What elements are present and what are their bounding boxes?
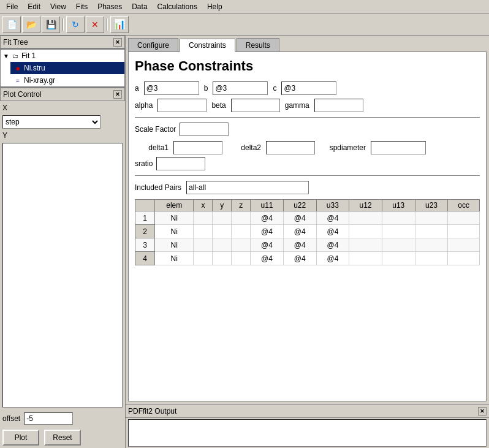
cell-x (194, 238, 213, 252)
cell-occ (448, 225, 480, 238)
output-header: PDFfit2 Output ✕ (126, 404, 489, 418)
menu-help[interactable]: Help (202, 1, 227, 12)
menu-phases[interactable]: Phases (93, 1, 127, 12)
menu-edit[interactable]: Edit (23, 1, 45, 12)
col-u11: u11 (251, 200, 284, 211)
delta1-label: delta1 (135, 143, 169, 152)
menu-fits[interactable]: Fits (71, 1, 93, 12)
left-panel: Fit Tree ✕ ▼ 🗂 Fit 1 ■ Ni.stru ≈ Ni-xray… (0, 36, 126, 448)
b-input[interactable] (213, 82, 268, 95)
fit-tree-close[interactable]: ✕ (113, 38, 122, 47)
tree-item-nistru[interactable]: ■ Ni.stru (10, 62, 124, 74)
save-button[interactable]: 💾 (42, 16, 60, 33)
sratio-row: sratio (135, 157, 480, 170)
spdiameter-label: spdiameter (320, 143, 366, 152)
cell-u12 (349, 252, 382, 265)
col-u33: u33 (316, 200, 349, 211)
table-row: 2Ni@4@4@4 (135, 225, 480, 238)
tab-results[interactable]: Results (237, 38, 279, 51)
toolbar: 📄 📂 💾 ↻ ✕ 📊 (0, 13, 489, 36)
main-layout: Fit Tree ✕ ▼ 🗂 Fit 1 ■ Ni.stru ≈ Ni-xray… (0, 36, 489, 448)
cell-z (232, 225, 251, 238)
output-title: PDFfit2 Output (128, 407, 176, 416)
plot-control-panel: Plot Control ✕ X step r q Y offset Plot … (0, 87, 125, 448)
col-u23: u23 (415, 200, 448, 211)
cell-u22: @4 (283, 211, 316, 225)
cell-num: 3 (135, 238, 155, 252)
cell-z (232, 238, 251, 252)
tab-constraints[interactable]: Constraints (180, 39, 235, 52)
open-button[interactable]: 📂 (22, 16, 40, 33)
plot-control-title: Plot Control (3, 90, 42, 99)
separator2 (135, 175, 480, 176)
b-label: b (204, 84, 208, 93)
menu-file[interactable]: File (1, 1, 23, 12)
cell-u23 (415, 238, 448, 252)
a-input[interactable] (144, 82, 199, 95)
beta-label: beta (211, 101, 226, 110)
col-u12: u12 (349, 200, 382, 211)
cell-x (194, 211, 213, 225)
cell-u23 (415, 252, 448, 265)
spdiameter-input[interactable] (371, 141, 426, 154)
refresh-button[interactable]: ↻ (66, 16, 85, 33)
delta2-label: delta2 (227, 143, 261, 152)
col-occ: occ (448, 200, 480, 211)
menu-data[interactable]: Data (127, 1, 152, 12)
new-button[interactable]: 📄 (2, 16, 21, 33)
cell-elem: Ni (155, 238, 194, 252)
fit-icon: 🗂 (10, 51, 20, 61)
cell-y (213, 238, 232, 252)
fit-tree-title: Fit Tree (3, 38, 28, 47)
reset-button[interactable]: Reset (44, 430, 81, 446)
col-x: x (194, 200, 213, 211)
alpha-label: alpha (135, 101, 153, 110)
fit-tree-header: Fit Tree ✕ (0, 36, 125, 49)
cell-num: 2 (135, 225, 155, 238)
menu-view[interactable]: View (45, 1, 71, 12)
x-select[interactable]: step r q (2, 115, 100, 129)
col-u13: u13 (382, 200, 415, 211)
plot-buttons: Plot Reset (0, 427, 125, 448)
tree-item-fit1[interactable]: ▼ 🗂 Fit 1 (1, 50, 124, 62)
struct-icon: ■ (13, 63, 23, 73)
cell-num: 4 (135, 252, 155, 265)
offset-input[interactable] (24, 412, 73, 425)
data-icon: ≈ (13, 75, 23, 85)
col-z: z (232, 200, 251, 211)
offset-label: offset (2, 414, 20, 423)
cell-u22: @4 (283, 225, 316, 238)
cell-elem: Ni (155, 211, 194, 225)
right-panel: Configure Constraints Results Phase Cons… (126, 36, 489, 448)
sratio-input[interactable] (156, 157, 205, 170)
output-close[interactable]: ✕ (478, 407, 487, 416)
col-elem: elem (155, 200, 194, 211)
plot-control-close[interactable]: ✕ (113, 90, 122, 99)
tabs: Configure Constraints Results (126, 36, 489, 51)
scale-label: Scale Factor (135, 125, 176, 134)
delta2-input[interactable] (266, 141, 315, 154)
plot-button[interactable]: Plot (2, 430, 39, 446)
fit-tree-panel: Fit Tree ✕ ▼ 🗂 Fit 1 ■ Ni.stru ≈ Ni-xray… (0, 36, 125, 87)
cell-num: 1 (135, 211, 155, 225)
gamma-label: gamma (285, 101, 309, 110)
scale-input[interactable] (180, 123, 229, 136)
cell-occ (448, 252, 480, 265)
cell-x (194, 225, 213, 238)
beta-input[interactable] (231, 99, 280, 112)
c-input[interactable] (281, 82, 336, 95)
tree-item-nixray[interactable]: ≈ Ni-xray.gr (10, 74, 124, 86)
alpha-input[interactable] (157, 99, 207, 112)
tab-configure[interactable]: Configure (128, 38, 178, 51)
tab-content: Phase Constraints a b c alpha beta gamma (128, 51, 487, 401)
included-pairs-input[interactable] (186, 181, 309, 194)
menu-calculations[interactable]: Calculations (153, 1, 202, 12)
stop-button[interactable]: ✕ (86, 16, 104, 33)
separator1 (135, 117, 480, 118)
output-panel: PDFfit2 Output ✕ (126, 404, 489, 448)
cell-u22: @4 (283, 252, 316, 265)
plot-inner: X step r q Y (0, 101, 125, 410)
gamma-input[interactable] (314, 99, 363, 112)
chart-button[interactable]: 📊 (110, 16, 129, 33)
delta1-input[interactable] (173, 141, 222, 154)
